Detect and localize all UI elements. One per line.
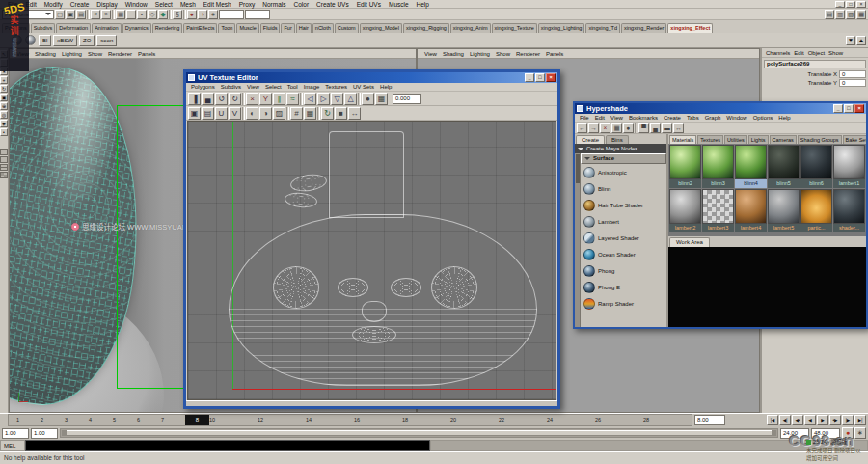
separator[interactable] — [242, 93, 245, 105]
uv-menu-item[interactable]: Subdivs — [218, 84, 244, 90]
toggle-connections-icon[interactable]: ↔ — [673, 123, 684, 133]
view-filtered-icon[interactable]: ▨ — [273, 107, 285, 120]
new-scene-icon[interactable]: ▢ — [55, 10, 65, 19]
hypershade-menu-item[interactable]: Create — [661, 115, 684, 121]
show-bottom-tabs-only-icon[interactable]: ▄ — [650, 123, 661, 133]
hypershade-titlebar[interactable]: Hypershade _□× — [575, 103, 866, 114]
menu-item[interactable]: Help — [413, 0, 433, 9]
shader-node-item[interactable]: Hair Tube Shader — [581, 197, 666, 213]
hypershade-restore-button[interactable]: □ — [844, 104, 854, 113]
menu-item[interactable]: Proxy — [235, 0, 259, 9]
dim-image-icon[interactable]: ◑ — [259, 107, 272, 120]
shelf-tab[interactable]: Hair — [296, 23, 312, 33]
uv-menu-item[interactable]: Textures — [322, 84, 350, 90]
hypershade-close-button[interactable]: × — [854, 104, 864, 113]
playback-start-field[interactable]: 1.00 — [31, 428, 58, 439]
browser-tab[interactable]: Bake Sets — [843, 135, 866, 144]
shelf-tab[interactable]: Custom — [335, 23, 359, 33]
align-u-min-icon[interactable]: ◁ — [304, 93, 316, 105]
material-swatch-sphere[interactable] — [702, 145, 734, 179]
menu-item[interactable]: Create — [67, 0, 94, 9]
shelf-tab[interactable]: Animation — [92, 23, 121, 33]
panel-menu-item[interactable]: Panels — [543, 51, 566, 57]
open-scene-icon[interactable]: ▣ — [66, 10, 75, 19]
snap-to-curve-icon[interactable]: ~ — [126, 10, 136, 19]
uv-shell-scalp-strip[interactable] — [329, 131, 404, 218]
shader-node-item[interactable]: Lambert — [581, 213, 666, 230]
shelf-tab[interactable]: Rendering — [152, 23, 182, 33]
material-swatch[interactable]: blinn4 — [735, 145, 767, 188]
uv-menu-item[interactable]: Select — [262, 84, 285, 90]
save-scene-icon[interactable]: ▤ — [76, 10, 86, 19]
flip-u-icon[interactable]: ▐ — [188, 93, 201, 105]
panel-menu-item[interactable]: Show — [493, 51, 513, 57]
hypershade-menu-item[interactable]: View — [608, 115, 626, 121]
uv-texture-editor-window[interactable]: UV Texture Editor _□× PolygonsSubdivsVie… — [183, 69, 560, 409]
tool-settings-toggle-icon[interactable]: ▥ — [835, 10, 845, 19]
channel-box-menu-item[interactable]: Channels — [765, 50, 791, 56]
shelf-tab[interactable]: Fur — [281, 23, 294, 33]
refresh-image-icon[interactable]: ↻ — [321, 107, 334, 120]
browser-tab[interactable]: Utilities — [724, 135, 747, 144]
material-swatch-sphere[interactable] — [800, 189, 832, 224]
shelf-tab[interactable]: Deformation — [56, 23, 91, 33]
material-swatch[interactable]: blinn5 — [768, 145, 800, 188]
uv-shell-small-a[interactable] — [289, 172, 328, 193]
material-swatch[interactable]: blinn2 — [669, 145, 701, 188]
uv-menu-item[interactable]: Tool — [285, 84, 301, 90]
clear-graph-icon[interactable]: × — [600, 123, 610, 133]
hypershade-menu-item[interactable]: Options — [750, 115, 776, 121]
menu-item[interactable]: Window — [122, 0, 151, 9]
command-input[interactable] — [25, 440, 430, 451]
menu-item[interactable]: Normals — [258, 0, 289, 9]
shelf-menu-icon[interactable]: ▼ — [846, 36, 855, 45]
shelf-tab[interactable]: nCloth — [312, 23, 334, 33]
move-tool-icon[interactable]: + — [0, 76, 8, 84]
uv-shell-right-ear[interactable] — [431, 266, 477, 309]
browser-tab[interactable]: Materials — [669, 135, 696, 144]
time-slider-track[interactable]: 1234567810121416182022242628 8 — [8, 414, 692, 426]
ipr-render-icon[interactable]: ◑ — [198, 10, 207, 19]
layout-two-pane-stacked-button[interactable] — [0, 164, 8, 171]
redo-icon[interactable]: » — [101, 10, 111, 19]
align-v-min-icon[interactable]: ▽ — [331, 93, 343, 105]
hypershade-menu-item[interactable]: Graph — [702, 115, 724, 121]
material-swatch[interactable]: lambert2 — [669, 189, 701, 232]
grid-snap-icon[interactable]: ▦ — [375, 93, 388, 105]
step-forward-key-button[interactable]: •▶ — [829, 415, 841, 425]
hypershade-menu-item[interactable]: File — [577, 115, 592, 121]
channel-box-menu-item[interactable]: Edit — [793, 50, 804, 56]
animation-preferences-button[interactable]: ∗ — [854, 427, 866, 439]
undo-icon[interactable]: « — [91, 10, 100, 19]
uv-editor-titlebar[interactable]: UV Texture Editor _□× — [186, 72, 557, 83]
material-swatch-sphere[interactable] — [833, 145, 865, 179]
flip-v-icon[interactable]: ▄ — [202, 93, 214, 105]
separator[interactable] — [635, 123, 637, 133]
separator[interactable] — [286, 107, 289, 120]
material-swatch-sphere[interactable] — [833, 189, 865, 224]
window-close-button[interactable]: × — [856, 1, 866, 8]
channel-box-node-name[interactable]: polySurface269 — [764, 60, 866, 68]
separator[interactable] — [112, 10, 115, 19]
uv-shell-small-b[interactable] — [284, 191, 317, 208]
soft-mod-tool-icon[interactable]: ◎ — [0, 111, 8, 119]
cut-uv-edges-icon[interactable]: × — [246, 93, 258, 105]
step-forward-frame-button[interactable]: |▶ — [842, 415, 854, 425]
menu-item[interactable]: Modify — [41, 0, 67, 9]
rearrange-graph-icon[interactable]: ▦ — [611, 123, 622, 133]
layout-single-pane-button[interactable] — [0, 149, 8, 155]
back-graph-icon[interactable]: ← — [577, 123, 587, 133]
menu-item[interactable]: Edit UVs — [353, 0, 385, 9]
menu-item[interactable]: Muscle — [385, 0, 413, 9]
shelf-tab[interactable]: xingxing_Td — [585, 23, 620, 33]
shader-node-item[interactable]: Layered Shader — [581, 230, 666, 246]
range-slider-track[interactable] — [60, 428, 778, 438]
attribute-editor-toggle-icon[interactable]: ▤ — [825, 10, 834, 19]
create-panel-tab[interactable]: Bins — [606, 135, 629, 144]
copy-uvs-icon[interactable]: ▣ — [188, 107, 201, 120]
uv-menu-item[interactable]: UV Sets — [350, 84, 377, 90]
rotate-uv-ccw-icon[interactable]: ↺ — [215, 93, 228, 105]
shelf-tab[interactable]: Subdivs — [31, 23, 56, 33]
panel-menu-item[interactable]: Show — [85, 51, 105, 57]
panel-menu-item[interactable]: Shading — [32, 51, 59, 57]
